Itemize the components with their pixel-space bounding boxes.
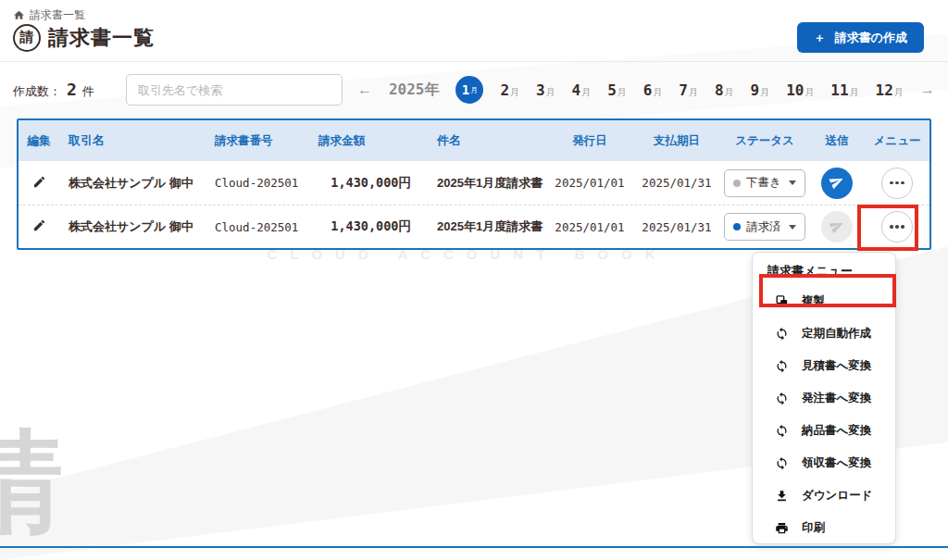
chevron-down-icon bbox=[789, 225, 796, 230]
issue-date: 2025/01/01 bbox=[546, 176, 633, 190]
table-body: 株式会社サンプル 御中Cloud-2025011,430,000円2025年1月… bbox=[19, 161, 929, 248]
copy-icon bbox=[775, 294, 789, 308]
column-header-3: 請求書番号 bbox=[206, 133, 309, 149]
dot bbox=[901, 225, 904, 229]
month-tab-8[interactable]: 8月 bbox=[715, 81, 734, 99]
column-header-9: 送信 bbox=[809, 133, 865, 149]
month-tab-4[interactable]: 4月 bbox=[572, 81, 592, 99]
watermark-corner-glyph: 請 bbox=[0, 428, 63, 539]
chevron-down-icon bbox=[789, 180, 796, 185]
invoice-amount: 1,430,000円 bbox=[309, 175, 411, 192]
dot bbox=[890, 181, 893, 185]
pencil-icon bbox=[32, 175, 46, 192]
column-header-6: 発行日 bbox=[546, 133, 633, 149]
column-header-4: 請求金額 bbox=[309, 133, 411, 149]
menu-item-5[interactable]: 納品書へ変換 bbox=[753, 415, 895, 447]
send-button[interactable] bbox=[821, 168, 853, 199]
month-tab-7[interactable]: 7月 bbox=[679, 81, 698, 99]
page-title: 請求書一覧 bbox=[48, 24, 155, 52]
status-label: 請求済 bbox=[746, 219, 781, 235]
month-tab-10[interactable]: 10月 bbox=[786, 81, 814, 99]
paper-plane-icon bbox=[830, 174, 844, 192]
month-tab-11[interactable]: 11月 bbox=[830, 81, 858, 99]
menu-item-label: 複製 bbox=[802, 293, 825, 309]
table-row-1: 株式会社サンプル 御中Cloud-2025011,430,000円2025年1月… bbox=[19, 161, 929, 205]
year-label: 2025年 bbox=[389, 81, 440, 100]
menu-item-label: 見積書へ変換 bbox=[802, 358, 871, 374]
column-header-5: 件名 bbox=[411, 132, 546, 149]
menu-item-label: 発注書へ変換 bbox=[802, 391, 871, 406]
status-dot bbox=[733, 180, 741, 187]
dot bbox=[895, 181, 899, 185]
menu-item-6[interactable]: 領収書へ変換 bbox=[753, 447, 895, 479]
column-header-1: 編集 bbox=[19, 133, 59, 149]
edit-button[interactable] bbox=[29, 215, 50, 239]
menu-item-label: 納品書へ変換 bbox=[802, 423, 871, 439]
month-tab-5[interactable]: 5月 bbox=[607, 81, 627, 99]
home-icon bbox=[13, 9, 25, 21]
client-name: 株式会社サンプル 御中 bbox=[59, 175, 206, 192]
row-menu-button[interactable] bbox=[881, 211, 913, 243]
month-tab-6[interactable]: 6月 bbox=[643, 81, 663, 99]
dot bbox=[895, 225, 899, 229]
created-count-value: 2 bbox=[67, 80, 77, 99]
send-button bbox=[821, 211, 853, 243]
page-bottom-border bbox=[0, 546, 948, 548]
menu-item-4[interactable]: 発注書へ変換 bbox=[753, 382, 895, 415]
month-tab-2[interactable]: 2月 bbox=[500, 81, 519, 99]
title-bar: 請 請求書一覧 ＋ 請求書の作成 bbox=[13, 22, 924, 53]
month-selector: ← 2025年 1月2月3月4月5月6月7月8月9月10月11月12月 → bbox=[357, 74, 935, 106]
created-count: 作成数： 2 件 bbox=[13, 80, 94, 100]
due-date: 2025/01/31 bbox=[633, 220, 720, 234]
menu-item-label: ダウンロード bbox=[802, 488, 872, 504]
paper-plane-icon bbox=[830, 218, 844, 236]
menu-item-3[interactable]: 見積書へ変換 bbox=[753, 350, 895, 382]
pencil-icon bbox=[32, 218, 46, 235]
menu-item-label: 印刷 bbox=[802, 520, 825, 536]
column-header-10: メニュー bbox=[865, 133, 929, 149]
status-select[interactable]: 請求済 bbox=[724, 213, 805, 241]
month-tab-12[interactable]: 12月 bbox=[876, 81, 904, 99]
dot bbox=[901, 181, 904, 185]
edit-button[interactable] bbox=[29, 171, 50, 195]
print-icon bbox=[775, 521, 789, 535]
sync-icon bbox=[775, 424, 789, 438]
menu-item-8[interactable]: 印刷 bbox=[753, 512, 895, 544]
column-header-8: ステータス bbox=[720, 133, 809, 149]
created-count-label: 作成数： bbox=[13, 83, 61, 100]
prev-year-arrow[interactable]: ← bbox=[357, 81, 372, 98]
invoice-menu-title: 請求書メニュー bbox=[753, 261, 895, 285]
month-tab-9[interactable]: 9月 bbox=[751, 81, 770, 99]
invoice-amount: 1,430,000円 bbox=[309, 218, 411, 235]
dot bbox=[890, 225, 893, 229]
menu-item-7[interactable]: ダウンロード bbox=[753, 479, 895, 512]
sync-icon bbox=[775, 359, 789, 373]
breadcrumb[interactable]: 請求書一覧 bbox=[13, 7, 85, 23]
invoice-number: Cloud-202501 bbox=[206, 176, 309, 190]
invoice-table: 編集取引名請求書番号請求金額件名発行日支払期日ステータス送信メニュー 株式会社サ… bbox=[17, 118, 931, 250]
invoice-menu-popup: 請求書メニュー 複製定期自動作成見積書へ変換発注書へ変換納品書へ変換領収書へ変換… bbox=[752, 252, 896, 544]
header-divider bbox=[0, 61, 948, 62]
month-tab-1[interactable]: 1月 bbox=[455, 76, 483, 104]
status-select[interactable]: 下書き bbox=[724, 169, 805, 197]
client-name: 株式会社サンプル 御中 bbox=[59, 218, 206, 235]
search-input[interactable] bbox=[126, 74, 343, 106]
create-invoice-button[interactable]: ＋ 請求書の作成 bbox=[797, 22, 924, 53]
next-year-arrow[interactable]: → bbox=[920, 81, 935, 98]
invoice-stamp-icon: 請 bbox=[13, 24, 41, 52]
create-invoice-label: 請求書の作成 bbox=[835, 30, 907, 46]
due-date: 2025/01/31 bbox=[633, 176, 720, 190]
row-menu-button[interactable] bbox=[881, 168, 913, 199]
invoice-number: Cloud-202501 bbox=[206, 220, 309, 234]
menu-item-label: 定期自動作成 bbox=[802, 326, 871, 342]
breadcrumb-label: 請求書一覧 bbox=[30, 7, 85, 23]
issue-date: 2025/01/01 bbox=[546, 220, 633, 234]
month-tab-3[interactable]: 3月 bbox=[536, 81, 555, 99]
menu-item-2[interactable]: 定期自動作成 bbox=[753, 317, 895, 350]
invoice-subject: 2025年1月度請求書 bbox=[411, 175, 546, 192]
sync-icon bbox=[775, 392, 789, 405]
menu-item-1[interactable]: 複製 bbox=[753, 285, 895, 317]
table-row-2: 株式会社サンプル 御中Cloud-2025011,430,000円2025年1月… bbox=[19, 205, 929, 248]
filter-row: 作成数： 2 件 ← 2025年 1月2月3月4月5月6月7月8月9月10月11… bbox=[13, 74, 935, 106]
invoice-subject: 2025年1月度請求書 bbox=[411, 218, 546, 235]
